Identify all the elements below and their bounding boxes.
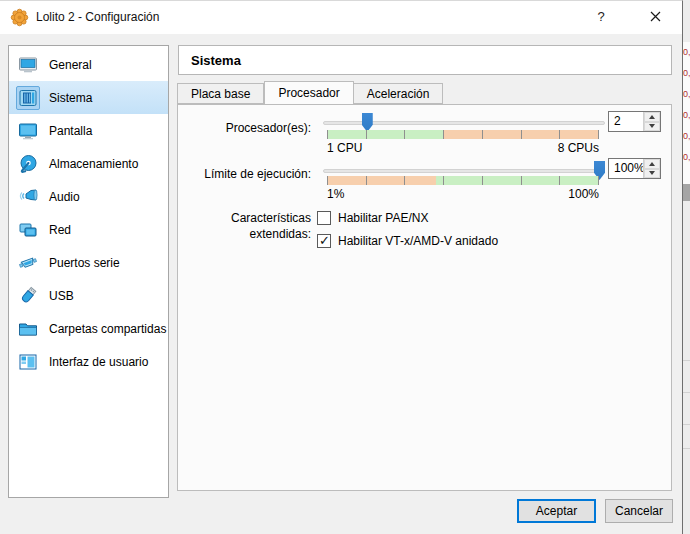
- sidebar-item-red[interactable]: Red: [9, 213, 168, 246]
- nested-vtx-checkbox-label: Habilitar VT-x/AMD-V anidado: [338, 234, 498, 248]
- cap-scale-ticks: [327, 176, 599, 185]
- cpu-spin-down-button[interactable]: [644, 122, 660, 132]
- arrow-down-icon: [649, 171, 655, 175]
- shared-folder-icon: [16, 317, 40, 341]
- cap-max-label: 100%: [529, 187, 599, 201]
- execution-cap-value[interactable]: 100%: [614, 161, 645, 175]
- sidebar-item-audio[interactable]: Audio: [9, 180, 168, 213]
- cpu-count-spinbox[interactable]: 2: [608, 111, 661, 132]
- sidebar-item-carpetas-compartidas[interactable]: Carpetas compartidas: [9, 312, 168, 345]
- tab-aceleracion[interactable]: Aceleración: [354, 83, 444, 104]
- settings-category-list: General Sistema: [8, 45, 169, 498]
- display-icon: [16, 119, 40, 143]
- window-title: Lolito 2 - Configuración: [36, 10, 159, 24]
- sidebar-item-almacenamiento[interactable]: Almacenamiento: [9, 147, 168, 180]
- tab-bar: Placa base Procesador Aceleración: [177, 81, 443, 104]
- cap-min-label: 1%: [327, 187, 344, 201]
- system-chip-icon: [16, 86, 40, 110]
- processor-count-label: Procesador(es):: [178, 120, 311, 136]
- sidebar-item-label: Audio: [49, 190, 80, 204]
- execution-cap-slider-groove[interactable]: [323, 169, 605, 173]
- background-grid-line: [682, 392, 690, 393]
- extended-features-label: Características extendidas:: [178, 210, 311, 242]
- cpu-scale-ticks: [327, 130, 599, 139]
- execution-cap-spinbox[interactable]: 100%: [608, 158, 661, 179]
- help-button[interactable]: ?: [580, 1, 622, 31]
- background-strip-band: [682, 184, 690, 201]
- tab-procesador[interactable]: Procesador: [264, 81, 353, 104]
- storage-disk-icon: [16, 152, 40, 176]
- arrow-up-icon: [649, 162, 655, 166]
- sidebar-item-label: Interfaz de usuario: [49, 355, 148, 369]
- cap-spin-buttons: [643, 159, 660, 178]
- arrow-up-icon: [649, 115, 655, 119]
- page-header: Sistema: [178, 45, 672, 75]
- sidebar-item-label: Pantalla: [49, 124, 92, 138]
- cap-spin-up-button[interactable]: [644, 159, 660, 169]
- execution-cap-scale: [327, 176, 599, 185]
- cpu-max-label: 8 CPUs: [529, 141, 599, 155]
- pae-nx-checkbox-row[interactable]: Habilitar PAE/NX: [317, 211, 428, 225]
- sidebar-item-label: General: [49, 58, 92, 72]
- page-title: Sistema: [191, 53, 241, 68]
- title-bar[interactable]: Lolito 2 - Configuración ?: [0, 1, 682, 34]
- background-grid-line: [682, 360, 690, 361]
- nested-vtx-checkbox[interactable]: [317, 234, 331, 248]
- close-button[interactable]: [634, 1, 676, 31]
- sidebar-item-label: USB: [49, 289, 74, 303]
- sidebar-item-label: Almacenamiento: [49, 157, 138, 171]
- sidebar-item-usb[interactable]: USB: [9, 279, 168, 312]
- sidebar-item-label: Sistema: [49, 91, 92, 105]
- background-window-strip: 0,0,0,0,0,0,: [682, 0, 690, 534]
- execution-cap-label: Límite de ejecución:: [178, 166, 311, 182]
- pae-nx-checkbox[interactable]: [317, 211, 331, 225]
- usb-plug-icon: [16, 284, 40, 308]
- cpu-count-value[interactable]: 2: [614, 114, 621, 128]
- pae-nx-checkbox-label: Habilitar PAE/NX: [338, 211, 428, 225]
- sidebar-item-interfaz-de-usuario[interactable]: Interfaz de usuario: [9, 345, 168, 378]
- cancel-button[interactable]: Cancelar: [605, 499, 673, 523]
- sidebar-item-label: Puertos serie: [49, 256, 120, 270]
- sidebar-item-puertos-serie[interactable]: Puertos serie: [9, 246, 168, 279]
- background-grid-line: [682, 448, 690, 449]
- cpu-spin-buttons: [643, 112, 660, 131]
- cpu-min-label: 1 CPU: [327, 141, 362, 155]
- sidebar-item-general[interactable]: General: [9, 48, 168, 81]
- screen: { "window": { "title": "Lolito 2 - Confi…: [0, 0, 690, 534]
- virtualbox-settings-gear-icon: [10, 8, 29, 27]
- speaker-icon: [16, 185, 40, 209]
- tab-placa-base[interactable]: Placa base: [177, 83, 264, 104]
- arrow-down-icon: [649, 124, 655, 128]
- sidebar-item-pantalla[interactable]: Pantalla: [9, 114, 168, 147]
- settings-dialog: Lolito 2 - Configuración ? General: [0, 0, 683, 534]
- nested-vtx-checkbox-row[interactable]: Habilitar VT-x/AMD-V anidado: [317, 234, 498, 248]
- sidebar-item-sistema[interactable]: Sistema: [9, 81, 168, 114]
- background-grid-line: [682, 424, 690, 425]
- cpu-spin-up-button[interactable]: [644, 112, 660, 122]
- background-strip-values: 0,0,0,0,0,0,: [682, 42, 690, 184]
- general-display-icon: [16, 53, 40, 77]
- network-icon: [16, 218, 40, 242]
- cpu-slider-scale: [327, 130, 599, 139]
- serial-port-icon: [16, 251, 40, 275]
- processor-tab-page: Procesador(es): 1 CPU 8 CPUs 2 Límite de…: [177, 104, 672, 491]
- sidebar-item-label: Red: [49, 223, 71, 237]
- accept-button[interactable]: Aceptar: [517, 499, 596, 523]
- sidebar-item-label: Carpetas compartidas: [49, 322, 166, 336]
- cap-spin-down-button[interactable]: [644, 169, 660, 179]
- user-interface-icon: [16, 350, 40, 374]
- close-icon: [650, 11, 661, 22]
